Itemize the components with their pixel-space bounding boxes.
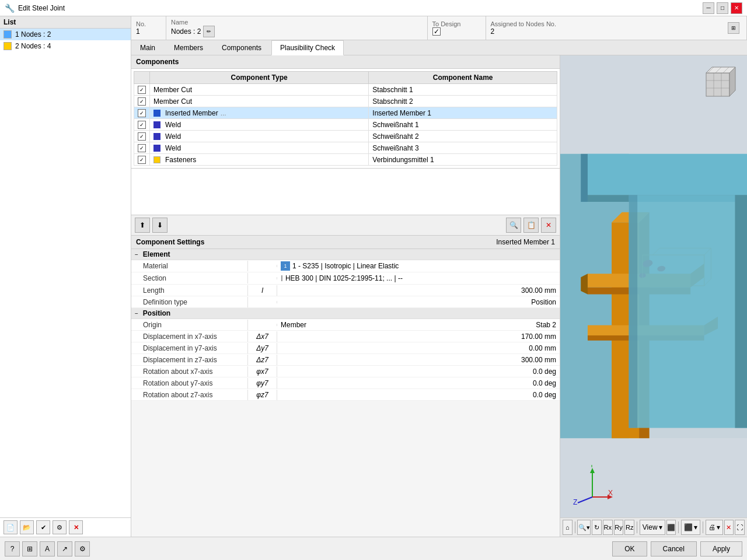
definition-value: Position	[277, 297, 560, 307]
chevron-down-icon-3: ▾	[717, 523, 720, 531]
left-panel: List 1 Nodes : 2 2 Nodes : 4 📄 📂 ✔ ⚙ ✕	[0, 16, 131, 537]
row-checkbox[interactable]: ✓	[138, 132, 146, 141]
vp-render-dropdown[interactable]: ⬛ ▾	[681, 520, 700, 535]
table-row[interactable]: ✓ Member Cut Stabschnitt 2	[134, 96, 557, 107]
settings-list-button[interactable]: ⚙	[53, 520, 67, 534]
row-checkbox[interactable]: ✓	[138, 86, 146, 94]
bottom-bar: ? ⊞ A ↗ ⚙ OK Cancel Apply	[0, 537, 747, 560]
type-color-icon	[153, 110, 160, 117]
vp-home-button[interactable]: ⌂	[563, 520, 573, 535]
settings-header: Component Settings Inserted Member 1	[131, 236, 560, 249]
table-row[interactable]: ✓ Fasteners Verbindungsmittel 1	[134, 154, 557, 166]
duplicate-button[interactable]: 📋	[523, 218, 539, 233]
assigned-picker-button[interactable]: ⊞	[728, 22, 739, 34]
tab-main[interactable]: Main	[131, 40, 164, 55]
row-checkbox[interactable]: ✓	[138, 144, 146, 152]
vp-rot-y-button[interactable]: Ry	[614, 520, 624, 535]
minimize-button[interactable]: ─	[703, 2, 714, 14]
move-down-button[interactable]: ⬇	[152, 218, 167, 233]
vp-view-dropdown[interactable]: View ▾	[640, 520, 665, 535]
cancel-button[interactable]: Cancel	[651, 541, 697, 556]
table-row[interactable]: ✓ Weld Schweißnaht 3	[134, 142, 557, 154]
vp-rot-z-button[interactable]: Rz	[624, 520, 634, 535]
list-item[interactable]: 1 Nodes : 2	[0, 29, 131, 40]
disp-z7-label: Displacement in z7-axis	[131, 355, 248, 365]
table-row[interactable]: ✓ Weld Schweißnaht 1	[134, 119, 557, 131]
arrow-button[interactable]: ↗	[57, 541, 72, 556]
section-value: I 300.00 mm HEB 300 | DIN 1025-2:1995-11…	[277, 272, 560, 284]
comp-name: Verbindungsmittel 1	[369, 154, 557, 166]
help-button[interactable]: ?	[5, 541, 20, 556]
row-checkbox[interactable]: ✓	[138, 121, 146, 129]
chevron-down-icon: ▾	[659, 523, 662, 531]
close-button[interactable]: ✕	[731, 2, 742, 14]
tabs-bar: Main Members Components Plausibility Che…	[131, 40, 747, 55]
svg-text:X: X	[608, 489, 613, 497]
vp-perspective-button[interactable]: ⬛	[666, 520, 676, 535]
svg-marker-14	[581, 154, 588, 202]
type-color-icon	[153, 121, 160, 128]
right-area: No. 1 Name Nodes : 2 ✏ To Design ✓ Assig…	[131, 16, 747, 537]
disp-y7-symbol: Δy7	[248, 343, 277, 354]
delete-row-button[interactable]: ✕	[541, 218, 556, 233]
tab-components[interactable]: Components	[213, 40, 270, 55]
material-label: Material	[131, 261, 248, 271]
grid-button[interactable]: ⊞	[22, 541, 37, 556]
origin-value: Member Stab 2	[277, 320, 560, 330]
vp-rotate-button[interactable]: ↻	[592, 520, 602, 535]
name-label: Name	[171, 19, 423, 26]
comp-name: Schweißnaht 1	[369, 119, 557, 131]
vp-sep4	[703, 522, 703, 533]
row-checkbox[interactable]: ✓	[138, 109, 146, 117]
tab-plausibility[interactable]: Plausibility Check	[271, 40, 344, 55]
comp-name: Schweißnaht 2	[369, 131, 557, 142]
to-design-checkbox[interactable]: ✓	[432, 27, 441, 36]
vp-rot-x-button[interactable]: Rx	[603, 520, 613, 535]
no-label: No.	[136, 20, 161, 27]
length-value: 300.00 mm	[277, 285, 560, 296]
name-edit-button[interactable]: ✏	[203, 26, 215, 37]
list-item-label: 2 Nodes : 4	[15, 42, 51, 50]
new-list-button[interactable]: 📄	[4, 520, 18, 534]
origin-symbol	[248, 324, 277, 326]
table-row[interactable]: ✓ Member Cut Stabschnitt 1	[134, 84, 557, 96]
definition-row: Definition type Position	[131, 296, 560, 308]
check-list-button[interactable]: ✔	[36, 520, 50, 534]
comp-type: Member Cut	[150, 84, 369, 96]
collapse-position-button[interactable]: −	[135, 310, 138, 317]
type-color-icon	[153, 133, 160, 140]
list-item[interactable]: 2 Nodes : 4	[0, 40, 131, 52]
vp-render-label: ⬛	[684, 523, 693, 531]
disp-x7-symbol: Δx7	[248, 331, 277, 342]
app-icon: 🔧	[5, 4, 15, 13]
edit-button[interactable]: 🔍	[506, 218, 521, 233]
collapse-element-button[interactable]: −	[135, 251, 138, 258]
text-button[interactable]: A	[40, 541, 55, 556]
table-row[interactable]: ✓ Inserted Member ... Inserted Member 1	[134, 107, 557, 119]
apply-button[interactable]: Apply	[700, 541, 742, 556]
title-bar-controls[interactable]: ─ □ ✕	[703, 2, 742, 14]
vp-expand-button[interactable]: ⛶	[735, 520, 745, 535]
disp-x7-value: 170.00 mm	[277, 331, 560, 342]
table-row[interactable]: ✓ Weld Schweißnaht 2	[134, 131, 557, 142]
position-section-label: Position	[143, 309, 170, 317]
ok-button[interactable]: OK	[612, 541, 647, 556]
row-checkbox[interactable]: ✓	[138, 97, 146, 106]
disp-x7-label: Displacement in x7-axis	[131, 331, 248, 342]
vp-print-dropdown[interactable]: 🖨 ▾	[706, 520, 723, 535]
bottom-right: OK Cancel Apply	[612, 541, 742, 556]
vp-zoom-button[interactable]: 🔍▾	[577, 520, 591, 535]
row-checkbox[interactable]: ✓	[138, 156, 146, 164]
maximize-button[interactable]: □	[717, 2, 728, 14]
viewport[interactable]: Y X Z ⌂ 🔍▾ ↻	[560, 55, 747, 537]
col-name: Component Name	[369, 72, 557, 84]
col-type: Component Type	[150, 72, 369, 84]
type-color-icon	[153, 156, 160, 163]
rot-z7-symbol: φz7	[248, 390, 277, 400]
delete-list-button[interactable]: ✕	[69, 520, 83, 534]
settings-status-button[interactable]: ⚙	[75, 541, 90, 556]
open-list-button[interactable]: 📂	[20, 520, 34, 534]
tab-members[interactable]: Members	[165, 40, 212, 55]
move-up-button[interactable]: ⬆	[135, 218, 150, 233]
vp-cross-button[interactable]: ✕	[724, 520, 734, 535]
